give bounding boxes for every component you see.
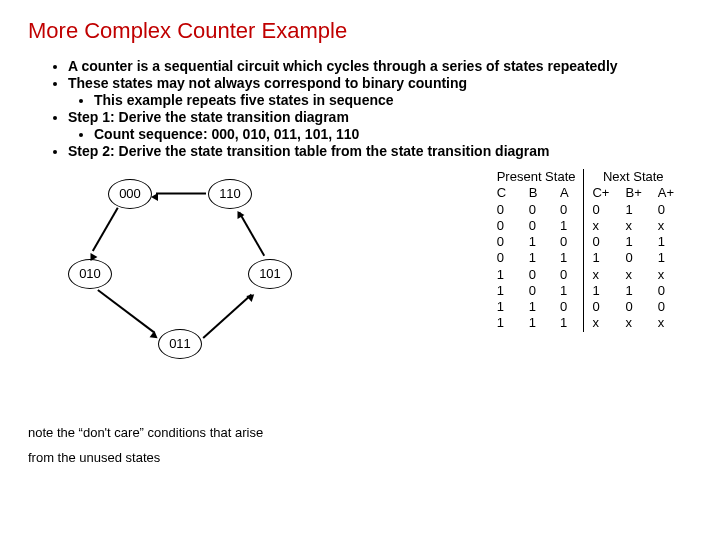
table-row: 010011 xyxy=(489,234,682,250)
table-cell: x xyxy=(617,267,649,283)
table-row: 110000 xyxy=(489,299,682,315)
table-cell: x xyxy=(617,315,649,331)
table-cell: 1 xyxy=(617,202,649,218)
state-node-011: 011 xyxy=(158,329,202,359)
bullet-text: These states may not always correspond t… xyxy=(68,75,467,91)
arrow-line xyxy=(202,294,251,339)
col-A: A xyxy=(552,185,584,201)
table-cell: 1 xyxy=(489,283,521,299)
table-header-next: Next State xyxy=(584,169,682,185)
state-diagram: 000 110 010 101 011 xyxy=(38,169,318,409)
state-node-101: 101 xyxy=(248,259,292,289)
table-cell: 1 xyxy=(521,315,552,331)
table-row: 011101 xyxy=(489,250,682,266)
table-row: 101110 xyxy=(489,283,682,299)
col-C: C xyxy=(489,185,521,201)
table-cell: x xyxy=(650,315,682,331)
arrow-line xyxy=(98,289,155,332)
table-cell: 0 xyxy=(617,250,649,266)
table-cell: 0 xyxy=(489,250,521,266)
table-cell: x xyxy=(584,267,617,283)
table-cell: 0 xyxy=(584,299,617,315)
bullet-item: Step 1: Derive the state transition diag… xyxy=(68,109,692,142)
table-cell: 0 xyxy=(584,202,617,218)
table-cell: 0 xyxy=(489,234,521,250)
bullet-list: A counter is a sequential circuit which … xyxy=(28,58,692,159)
sub-bullet-item: This example repeats five states in sequ… xyxy=(94,92,692,108)
footnote-line-2: from the unused states xyxy=(28,450,692,465)
table-cell: 0 xyxy=(552,299,584,315)
table-cell: 1 xyxy=(650,250,682,266)
sub-bullet-item: Count sequence: 000, 010, 011, 101, 110 xyxy=(94,126,692,142)
table-cell: 1 xyxy=(552,315,584,331)
arrow-line xyxy=(92,207,118,251)
table-row: 000010 xyxy=(489,202,682,218)
col-B: B xyxy=(521,185,552,201)
table-row: 111xxx xyxy=(489,315,682,331)
table-cell: 1 xyxy=(617,234,649,250)
table-cell: 1 xyxy=(521,234,552,250)
table-cell: x xyxy=(584,218,617,234)
table-cell: 0 xyxy=(521,283,552,299)
col-Bplus: B+ xyxy=(617,185,649,201)
table-cell: 0 xyxy=(617,299,649,315)
table-cell: 1 xyxy=(552,250,584,266)
table-cell: 1 xyxy=(489,299,521,315)
page-title: More Complex Counter Example xyxy=(28,18,692,44)
table-cell: 0 xyxy=(489,202,521,218)
table-cell: x xyxy=(650,218,682,234)
col-Aplus: A+ xyxy=(650,185,682,201)
table-cell: 1 xyxy=(584,250,617,266)
table-cell: 0 xyxy=(552,202,584,218)
table-cell: 0 xyxy=(650,299,682,315)
arrow-line xyxy=(238,212,264,256)
arrow-head-icon xyxy=(151,193,158,201)
table-row: 100xxx xyxy=(489,267,682,283)
arrow-line xyxy=(156,193,206,195)
table-cell: 1 xyxy=(489,315,521,331)
table-cell: 0 xyxy=(552,234,584,250)
table-cell: 1 xyxy=(552,218,584,234)
table-row: 001xxx xyxy=(489,218,682,234)
table-header-present: Present State xyxy=(489,169,584,185)
table-cell: 0 xyxy=(521,202,552,218)
arrow-head-icon xyxy=(246,291,257,302)
table-cell: 1 xyxy=(521,299,552,315)
bullet-item: A counter is a sequential circuit which … xyxy=(68,58,692,74)
table-cell: 1 xyxy=(521,250,552,266)
table-cell: 1 xyxy=(552,283,584,299)
table-cell: 0 xyxy=(521,267,552,283)
table-cell: 0 xyxy=(650,283,682,299)
table-cell: x xyxy=(584,315,617,331)
bullet-item: Step 2: Derive the state transition tabl… xyxy=(68,143,692,159)
table-cell: 0 xyxy=(650,202,682,218)
bullet-text: Step 1: Derive the state transition diag… xyxy=(68,109,349,125)
table-cell: 0 xyxy=(521,218,552,234)
table-cell: 0 xyxy=(584,234,617,250)
table-cell: 1 xyxy=(617,283,649,299)
table-cell: 0 xyxy=(489,218,521,234)
table-cell: 1 xyxy=(489,267,521,283)
transition-table: Present State Next State C B A C+ B+ A+ … xyxy=(489,169,682,332)
table-cell: x xyxy=(650,267,682,283)
table-cell: x xyxy=(617,218,649,234)
table-cell: 0 xyxy=(552,267,584,283)
state-node-010: 010 xyxy=(68,259,112,289)
footnote-line-1: note the “don't care” conditions that ar… xyxy=(28,425,692,440)
table-cell: 1 xyxy=(584,283,617,299)
col-Cplus: C+ xyxy=(584,185,617,201)
bullet-item: These states may not always correspond t… xyxy=(68,75,692,108)
table-cell: 1 xyxy=(650,234,682,250)
state-node-000: 000 xyxy=(108,179,152,209)
state-node-110: 110 xyxy=(208,179,252,209)
